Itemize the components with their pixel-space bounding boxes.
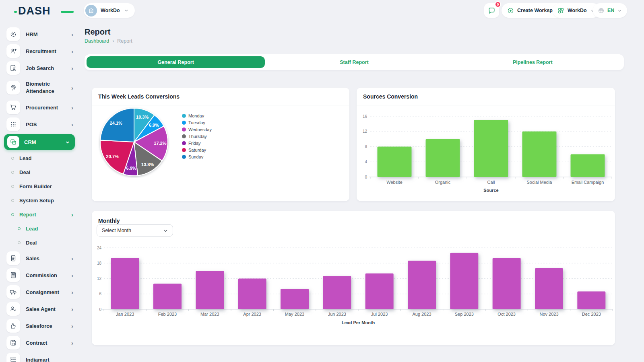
chevron-right-icon: › bbox=[71, 48, 73, 54]
breadcrumb-dashboard-link[interactable]: Dashboard bbox=[85, 38, 109, 44]
bullet-icon bbox=[11, 171, 14, 174]
legend-item-monday[interactable]: Monday bbox=[182, 113, 212, 118]
sidebar-item-contract[interactable]: Contract › bbox=[0, 334, 79, 351]
legend-item-thursday[interactable]: Thursday bbox=[182, 134, 212, 138]
sidebar-item-label: Procurement bbox=[26, 105, 58, 111]
sidebar-item-sales-agent[interactable]: Sales Agent › bbox=[0, 300, 79, 317]
tab-general-report[interactable]: General Report bbox=[87, 56, 265, 68]
svg-text:Jan 2023: Jan 2023 bbox=[116, 312, 134, 317]
sidebar-item-pos[interactable]: POS › bbox=[0, 116, 79, 133]
logo-accent-dash bbox=[61, 11, 74, 13]
chevron-right-icon: › bbox=[71, 85, 73, 91]
svg-text:Lead Per Month: Lead Per Month bbox=[342, 320, 375, 325]
sidebar-item-lead[interactable]: Lead bbox=[0, 222, 79, 236]
legend-dot bbox=[182, 148, 186, 152]
legend-label: Monday bbox=[188, 113, 204, 118]
svg-text:Social Media: Social Media bbox=[527, 180, 553, 185]
legend-item-sunday[interactable]: Sunday bbox=[182, 154, 212, 159]
procurement-icon bbox=[6, 101, 20, 114]
workspace-switcher-label: WorkDo bbox=[568, 8, 587, 13]
svg-text:Mar 2023: Mar 2023 bbox=[200, 312, 219, 317]
sidebar-item-system-setup[interactable]: System Setup bbox=[0, 193, 79, 208]
legend-item-friday[interactable]: Friday bbox=[182, 141, 212, 145]
sidebar-item-commission[interactable]: Commission › bbox=[0, 267, 79, 284]
legend-dot bbox=[182, 114, 186, 118]
chevron-right-icon: › bbox=[71, 31, 73, 37]
legend-label: Sunday bbox=[188, 154, 203, 159]
svg-text:17.2%: 17.2% bbox=[154, 141, 166, 146]
breadcrumb: Dashboard › Report bbox=[85, 38, 132, 44]
svg-text:6.9%: 6.9% bbox=[126, 166, 136, 171]
tab-pipelines-report[interactable]: Pipelines Report bbox=[444, 56, 622, 68]
sidebar-item-salesforce[interactable]: Salesforce › bbox=[0, 317, 79, 334]
breadcrumb-separator: › bbox=[112, 38, 114, 44]
sidebar-item-label: Deal bbox=[19, 169, 30, 175]
messages-badge: 0 bbox=[495, 1, 501, 8]
messages-button[interactable]: 0 bbox=[484, 3, 499, 18]
bullet-icon bbox=[11, 157, 14, 160]
sidebar-item-sales[interactable]: Sales › bbox=[0, 250, 79, 267]
sidebar-item-job-search[interactable]: Job Search › bbox=[0, 60, 79, 76]
commission-icon bbox=[6, 268, 20, 282]
sidebar-item-lead[interactable]: Lead bbox=[0, 151, 79, 165]
svg-text:Email Campaign: Email Campaign bbox=[572, 180, 604, 185]
sidebar-item-hrm[interactable]: HRM › bbox=[0, 26, 79, 43]
salesforce-icon bbox=[6, 319, 20, 333]
sidebar-item-label: Form Builder bbox=[19, 183, 52, 189]
language-selector[interactable]: EN bbox=[593, 3, 627, 18]
sidebar-item-indiamart[interactable]: Indiamart bbox=[0, 351, 79, 362]
consignment-icon bbox=[6, 285, 20, 299]
chevron-right-icon: › bbox=[71, 255, 73, 261]
sidebar-item-form-builder[interactable]: Form Builder bbox=[0, 179, 79, 193]
leads-pie-chart: 10.3%6.9%17.2%13.8%6.9%20.7%24.1% bbox=[98, 106, 170, 178]
sidebar-item-procurement[interactable]: Procurement › bbox=[0, 99, 79, 116]
legend-label: Tuesday bbox=[188, 120, 205, 125]
sidebar: HRM › Recruitment › Job Search › Biometr… bbox=[0, 26, 79, 362]
sidebar-item-consignment[interactable]: Consignment › bbox=[0, 284, 79, 300]
sales-icon bbox=[6, 251, 20, 265]
sidebar-item-label: HRM bbox=[26, 31, 38, 37]
chevron-down-icon bbox=[163, 228, 169, 234]
legend-dot bbox=[182, 141, 186, 145]
report-tabbar: General Report Staff Report Pipelines Re… bbox=[85, 54, 624, 70]
chevron-right-icon: › bbox=[71, 340, 73, 346]
sidebar-item-biometric-attendance[interactable]: Biometric Attendance › bbox=[0, 76, 79, 99]
legend-item-saturday[interactable]: Saturday bbox=[182, 148, 212, 152]
sidebar-item-report[interactable]: Report › bbox=[0, 208, 79, 222]
svg-text:24.1%: 24.1% bbox=[110, 121, 122, 125]
svg-text:6: 6 bbox=[99, 292, 101, 296]
sidebar-item-label: Consignment bbox=[26, 289, 59, 295]
workspace-avatar bbox=[85, 5, 97, 16]
tab-staff-report[interactable]: Staff Report bbox=[265, 56, 443, 68]
legend-item-wednesday[interactable]: Wednesday bbox=[182, 127, 212, 132]
legend-label: Friday bbox=[188, 141, 201, 146]
sidebar-item-label: Contract bbox=[26, 340, 47, 346]
chevron-right-icon: › bbox=[71, 323, 73, 329]
chevron-right-icon: › bbox=[71, 65, 73, 71]
biometric-icon bbox=[6, 81, 20, 95]
bullet-icon bbox=[18, 227, 21, 230]
svg-text:Nov 2023: Nov 2023 bbox=[539, 312, 558, 317]
legend-label: Thursday bbox=[188, 134, 207, 139]
pie-legend: MondayTuesdayWednesdayThursdayFridaySatu… bbox=[182, 113, 212, 159]
month-select-dropdown[interactable]: Select Month bbox=[97, 224, 173, 237]
sidebar-item-crm[interactable]: CRM ⌄ bbox=[4, 134, 75, 150]
legend-item-tuesday[interactable]: Tuesday bbox=[182, 120, 212, 125]
svg-text:Call: Call bbox=[487, 180, 495, 185]
chevron-down-icon bbox=[617, 8, 622, 13]
svg-text:20.7%: 20.7% bbox=[106, 154, 119, 159]
sidebar-item-deal[interactable]: Deal bbox=[0, 236, 79, 250]
bullet-icon bbox=[18, 241, 21, 244]
svg-text:13.8%: 13.8% bbox=[141, 162, 154, 167]
legend-label: Wednesday bbox=[188, 127, 212, 132]
sidebar-item-recruitment[interactable]: Recruitment › bbox=[0, 43, 79, 60]
indiamart-icon bbox=[6, 353, 20, 362]
chat-icon bbox=[488, 7, 495, 14]
svg-text:May 2023: May 2023 bbox=[285, 312, 304, 317]
svg-text:Dec 2023: Dec 2023 bbox=[582, 312, 601, 317]
sidebar-item-deal[interactable]: Deal bbox=[0, 165, 79, 179]
building-icon bbox=[89, 8, 93, 12]
sidebar-item-label: Biometric Attendance bbox=[26, 80, 68, 95]
workspace-button[interactable]: WorkDo bbox=[84, 3, 135, 18]
svg-text:Sep 2023: Sep 2023 bbox=[455, 312, 474, 317]
